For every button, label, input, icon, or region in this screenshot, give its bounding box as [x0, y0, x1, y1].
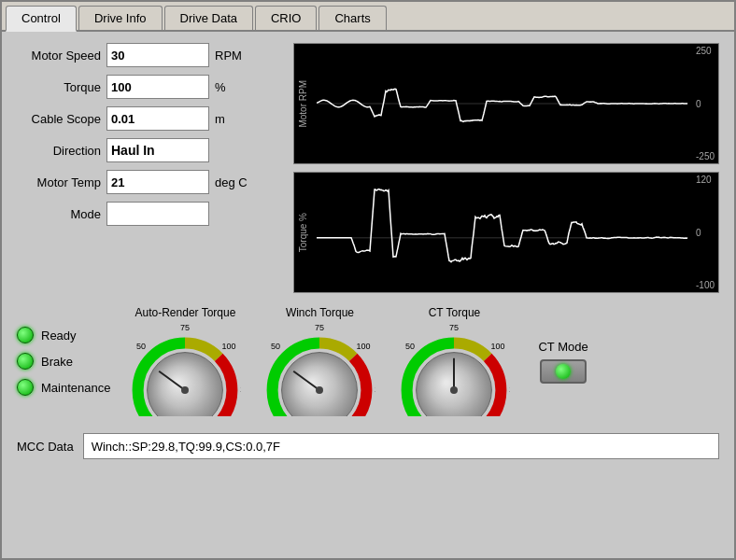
torque-ymax: 120 [696, 175, 715, 185]
tab-bar: Control Drive Info Drive Data CRIO Chart… [2, 2, 734, 32]
left-controls: Motor Speed RPM Torque % Cable Scope m [17, 43, 278, 293]
torque-y-labels: 120 0 -100 [696, 173, 715, 292]
direction-label: Direction [17, 144, 101, 158]
maintenance-status: Maintenance [17, 379, 110, 396]
main-content: Motor Speed RPM Torque % Cable Scope m [2, 32, 734, 558]
winch-gauge-label: Winch Torque [286, 306, 354, 319]
tab-drive-info[interactable]: Drive Info [78, 6, 163, 30]
status-indicators: Ready Brake Maintenance [17, 327, 110, 396]
cable-scope-label: Cable Scope [17, 112, 101, 126]
tab-control[interactable]: Control [6, 6, 77, 32]
motor-rpm-axis-label: Motor RPM [298, 80, 308, 128]
app-container: Control Drive Info Drive Data CRIO Chart… [0, 0, 736, 560]
mcc-section: MCC Data [17, 429, 719, 463]
right-charts: 250 0 -250 Motor RPM 120 0 -100 [293, 43, 719, 293]
auto-render-gauge-canvas [129, 323, 241, 416]
torque-row: Torque % [17, 75, 278, 99]
maintenance-led [17, 379, 34, 396]
torque-label: Torque [17, 80, 101, 94]
motor-speed-unit: RPM [215, 49, 252, 63]
tab-crio[interactable]: CRIO [255, 6, 318, 30]
ready-status: Ready [17, 327, 110, 343]
bottom-section: Ready Brake Maintenance Auto-Render Torq… [17, 299, 719, 424]
torque-axis-label: Torque % [298, 213, 308, 252]
cable-scope-row: Cable Scope m [17, 106, 278, 131]
brake-label: Brake [41, 355, 73, 369]
torque-canvas [317, 173, 688, 292]
ready-label: Ready [41, 329, 77, 343]
ct-mode-button[interactable] [540, 359, 587, 384]
mode-row: Mode [17, 202, 278, 226]
torque-ymin: -100 [696, 280, 715, 290]
brake-status: Brake [17, 353, 110, 370]
brake-led [17, 353, 34, 370]
direction-row: Direction [17, 138, 278, 162]
winch-gauge-canvas [263, 323, 375, 416]
cable-scope-input[interactable] [106, 106, 209, 131]
auto-render-gauge [129, 323, 241, 416]
tab-drive-data[interactable]: Drive Data [164, 6, 253, 30]
cable-scope-unit: m [215, 112, 252, 126]
motor-temp-unit: deg C [215, 175, 252, 189]
motor-rpm-ymid: 0 [696, 99, 715, 109]
motor-temp-row: Motor Temp deg C [17, 170, 278, 194]
torque-ymid: 0 [696, 228, 715, 238]
auto-render-gauge-container: Auto-Render Torque [129, 306, 241, 416]
winch-gauge [263, 323, 375, 416]
winch-gauge-container: Winch Torque [263, 306, 375, 416]
ct-mode-led [556, 364, 571, 379]
ct-gauge [398, 323, 510, 416]
mcc-value-input[interactable] [83, 433, 719, 459]
ready-led [17, 327, 34, 343]
maintenance-label: Maintenance [41, 381, 110, 395]
torque-input[interactable] [106, 75, 209, 99]
motor-temp-input[interactable] [106, 170, 209, 194]
motor-temp-label: Motor Temp [17, 175, 101, 189]
ct-gauge-label: CT Torque [429, 306, 481, 319]
ct-mode-label: CT Mode [538, 340, 587, 354]
mode-label: Mode [17, 207, 101, 221]
torque-unit: % [215, 80, 252, 94]
ct-mode-section: CT Mode [538, 340, 587, 384]
motor-speed-row: Motor Speed RPM [17, 43, 278, 67]
torque-chart: 120 0 -100 Torque % [293, 172, 719, 293]
auto-render-gauge-label: Auto-Render Torque [135, 306, 236, 319]
top-section: Motor Speed RPM Torque % Cable Scope m [17, 43, 719, 293]
ct-gauge-canvas [398, 323, 510, 416]
ct-gauge-container: CT Torque [398, 306, 510, 416]
mode-input[interactable] [106, 202, 209, 226]
motor-rpm-ymax: 250 [696, 46, 715, 56]
gauges-section: Auto-Render Torque Winch Torque CT Torqu… [129, 306, 510, 416]
mcc-label: MCC Data [17, 440, 74, 454]
motor-speed-label: Motor Speed [17, 49, 101, 63]
motor-rpm-canvas [317, 44, 688, 163]
motor-rpm-chart: 250 0 -250 Motor RPM [293, 43, 719, 164]
motor-rpm-y-labels: 250 0 -250 [696, 44, 715, 163]
motor-speed-input[interactable] [106, 43, 209, 67]
motor-rpm-ymin: -250 [696, 151, 715, 161]
tab-charts[interactable]: Charts [318, 6, 386, 30]
direction-input[interactable] [106, 138, 209, 162]
